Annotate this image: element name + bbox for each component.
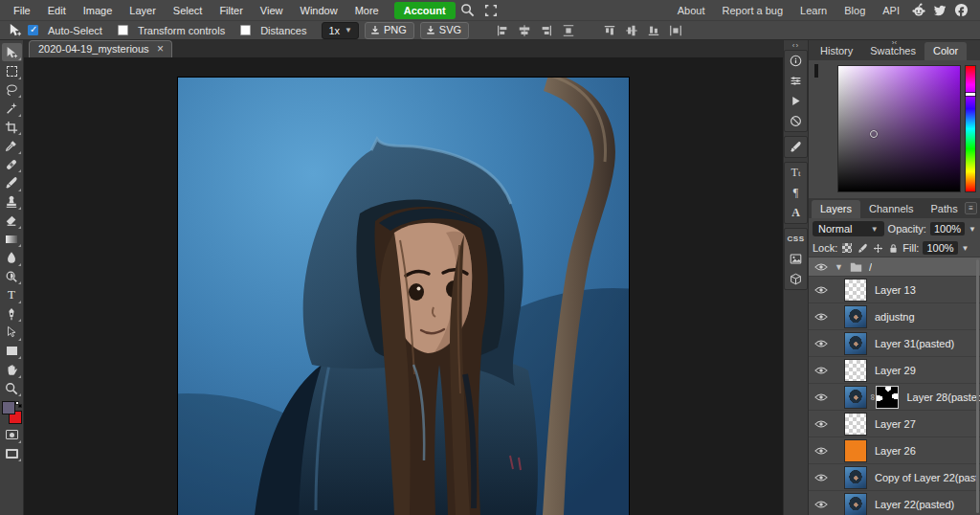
- export-svg-button[interactable]: SVG: [420, 22, 469, 39]
- account-button[interactable]: Account: [394, 2, 456, 19]
- clone-stamp-tool[interactable]: [2, 192, 22, 211]
- layer-row[interactable]: Layer 31(pasted): [809, 330, 980, 357]
- link-learn[interactable]: Learn: [792, 2, 835, 19]
- menu-file[interactable]: File: [6, 2, 38, 19]
- layer-thumbnail[interactable]: [844, 305, 867, 328]
- align-right-icon[interactable]: [538, 23, 554, 37]
- visibility-eye-icon[interactable]: [814, 285, 828, 295]
- tool-settings-icon[interactable]: [785, 71, 807, 91]
- blend-mode-select[interactable]: Normal▼: [813, 221, 884, 236]
- layer-row[interactable]: Layer 26: [809, 437, 980, 464]
- tab-paths[interactable]: Paths: [923, 200, 967, 218]
- link-api[interactable]: API: [875, 2, 907, 19]
- link-blog[interactable]: Blog: [836, 2, 873, 19]
- twitter-icon[interactable]: [930, 3, 949, 18]
- picker-marker[interactable]: [870, 130, 878, 138]
- menu-window[interactable]: Window: [293, 2, 345, 19]
- distribute-vertical-icon[interactable]: [667, 23, 683, 37]
- layer-thumbnail[interactable]: [844, 279, 867, 302]
- layer-row[interactable]: Layer 29: [809, 357, 980, 384]
- visibility-eye-icon[interactable]: [814, 262, 828, 272]
- spot-healing-tool[interactable]: [2, 155, 22, 173]
- color-swatch-pair[interactable]: [2, 401, 22, 424]
- saturation-value-picker[interactable]: [837, 65, 961, 192]
- align-middle-icon[interactable]: [623, 23, 639, 37]
- css-panel-icon[interactable]: CSS: [785, 229, 807, 249]
- hand-tool[interactable]: [2, 361, 22, 379]
- disabled-slash-icon[interactable]: [785, 111, 807, 131]
- chevron-down-icon[interactable]: ▼: [835, 262, 843, 272]
- fill-value[interactable]: 100%: [923, 241, 957, 255]
- menu-image[interactable]: Image: [76, 2, 121, 19]
- fill-dropdown-icon[interactable]: ▼: [962, 244, 969, 253]
- facebook-icon[interactable]: [951, 3, 970, 18]
- tab-channels[interactable]: Channels: [860, 200, 922, 218]
- export-png-button[interactable]: PNG: [365, 22, 414, 39]
- menu-view[interactable]: View: [253, 2, 291, 19]
- export-scale-select[interactable]: 1x▼: [322, 22, 359, 39]
- panel-collapse-handle[interactable]: ›‹: [892, 40, 897, 46]
- screen-mode-button[interactable]: [2, 444, 22, 462]
- opacity-dropdown-icon[interactable]: ▼: [969, 225, 976, 234]
- menu-filter[interactable]: Filter: [212, 2, 250, 19]
- menu-layer[interactable]: Layer: [122, 2, 164, 19]
- info-panel-icon[interactable]: [785, 51, 807, 71]
- dodge-tool[interactable]: [2, 267, 22, 285]
- 3d-panel-icon[interactable]: [785, 269, 807, 289]
- eyedropper-tool[interactable]: [2, 137, 22, 155]
- fullscreen-icon[interactable]: [480, 2, 501, 19]
- rectangle-select-tool[interactable]: [2, 62, 22, 80]
- layer-group-row[interactable]: ▼ /: [809, 258, 980, 277]
- layer-mask-thumbnail[interactable]: [876, 386, 899, 409]
- reddit-icon[interactable]: [909, 3, 928, 18]
- distances-checkbox[interactable]: [240, 25, 251, 35]
- layer-thumbnail[interactable]: [844, 493, 867, 515]
- canvas[interactable]: [178, 78, 629, 515]
- visibility-eye-icon[interactable]: [814, 312, 828, 322]
- close-icon[interactable]: ×: [157, 45, 164, 54]
- lock-transparency-icon[interactable]: [841, 242, 853, 254]
- align-top-icon[interactable]: [601, 23, 617, 37]
- tab-layers[interactable]: Layers: [812, 200, 860, 218]
- brush-settings-icon[interactable]: [785, 137, 807, 157]
- hue-slider[interactable]: [965, 65, 976, 192]
- canvas-workspace[interactable]: [24, 57, 783, 515]
- menu-select[interactable]: Select: [166, 2, 211, 19]
- visibility-eye-icon[interactable]: [814, 392, 828, 402]
- background-color-swatch[interactable]: [816, 64, 818, 78]
- zoom-tool[interactable]: [2, 379, 22, 397]
- distribute-horizontal-icon[interactable]: [560, 23, 576, 37]
- brush-tool[interactable]: [2, 174, 22, 192]
- visibility-eye-icon[interactable]: [814, 419, 828, 429]
- layer-thumbnail[interactable]: [844, 466, 867, 489]
- type-tool[interactable]: T: [2, 286, 22, 304]
- align-center-horizontal-icon[interactable]: [516, 23, 532, 37]
- quick-mask-button[interactable]: [2, 426, 22, 444]
- pen-tool[interactable]: [2, 304, 22, 323]
- link-report-a-bug[interactable]: Report a bug: [714, 2, 791, 19]
- paragraph-panel-icon[interactable]: ¶: [785, 183, 807, 203]
- lock-paint-icon[interactable]: [857, 242, 868, 254]
- visibility-eye-icon[interactable]: [814, 473, 828, 482]
- opacity-value[interactable]: 100%: [930, 222, 965, 235]
- visibility-eye-icon[interactable]: [814, 446, 828, 456]
- layer-row[interactable]: Copy of Layer 22(past: [809, 464, 980, 491]
- rectangle-shape-tool[interactable]: [2, 342, 22, 360]
- menu-edit[interactable]: Edit: [40, 2, 74, 19]
- path-select-tool[interactable]: [2, 324, 22, 342]
- lock-all-icon[interactable]: [887, 242, 899, 254]
- panel-menu-icon[interactable]: ≡: [965, 202, 977, 214]
- panel-collapse-handle[interactable]: ‹›: [792, 42, 799, 50]
- foreground-color-swatch[interactable]: [2, 401, 15, 414]
- layer-thumbnail[interactable]: [844, 413, 867, 436]
- layer-thumbnail[interactable]: [844, 439, 867, 462]
- layer-thumbnail[interactable]: [844, 332, 867, 355]
- link-about[interactable]: About: [670, 2, 713, 19]
- layer-mask-link-icon[interactable]: ∞: [868, 393, 878, 399]
- layer-row[interactable]: ∞ Layer 28(pasted): [809, 384, 980, 411]
- align-bottom-icon[interactable]: [645, 23, 661, 37]
- search-icon[interactable]: [457, 2, 479, 19]
- gradient-tool[interactable]: [2, 230, 22, 248]
- move-tool[interactable]: [2, 43, 22, 61]
- document-tab[interactable]: 2020-04-19_mysterious-kra ×: [29, 40, 172, 57]
